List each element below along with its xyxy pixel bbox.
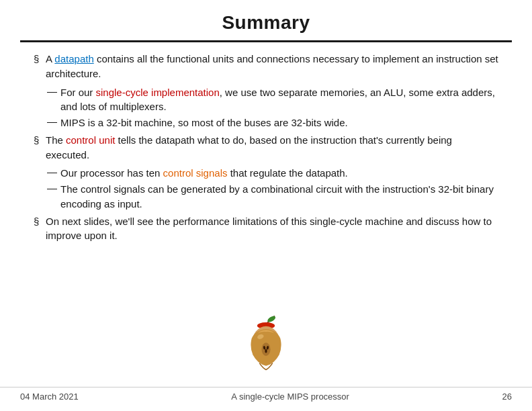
sub-bullet-2-1: — Our processor has ten control signals … bbox=[47, 166, 498, 181]
title-divider bbox=[20, 40, 512, 42]
content-area: § A datapath contains all the functional… bbox=[0, 52, 532, 243]
bullet-text-2: The control unit tells the datapath what… bbox=[46, 133, 498, 163]
sub-text-2-1: Our processor has ten control signals th… bbox=[60, 166, 498, 181]
sub-text-2-2: The control signals can be generated by … bbox=[60, 182, 498, 212]
sub-text-1-1: For our single-cycle implementation, we … bbox=[60, 85, 498, 115]
footer-date: 04 March 2021 bbox=[20, 392, 79, 402]
sub-text-1-2: MIPS is a 32-bit machine, so most of the… bbox=[60, 116, 498, 130]
bullet-marker-3: § bbox=[34, 216, 46, 227]
title-area: Summary bbox=[0, 0, 532, 38]
control-unit-text: control unit bbox=[66, 134, 115, 146]
slide-title: Summary bbox=[27, 12, 505, 34]
sub-dash-2-2: — bbox=[47, 182, 60, 193]
apple-svg bbox=[236, 314, 296, 374]
slide-footer: 04 March 2021 A single-cycle MIPS proces… bbox=[0, 387, 532, 402]
sub-bullets-2: — Our processor has ten control signals … bbox=[47, 166, 498, 211]
bullet-1: § A datapath contains all the functional… bbox=[34, 52, 498, 81]
control-signals-text: control signals bbox=[163, 167, 228, 179]
sub-bullet-1-2: — MIPS is a 32-bit machine, so most of t… bbox=[47, 116, 498, 130]
bullet-text-3: On next slides, we'll see the performanc… bbox=[46, 214, 498, 244]
bullet-marker-2: § bbox=[34, 134, 46, 146]
single-cycle-impl-text: single-cycle implementation bbox=[96, 87, 220, 98]
bullet-3: § On next slides, we'll see the performa… bbox=[34, 214, 498, 244]
footer-subtitle: A single-cycle MIPS processor bbox=[231, 392, 349, 402]
slide: Summary § A datapath contains all the fu… bbox=[0, 0, 532, 411]
sub-bullets-1: — For our single-cycle implementation, w… bbox=[47, 85, 498, 130]
sub-dash-2-1: — bbox=[47, 166, 60, 177]
footer-page-number: 26 bbox=[502, 392, 512, 402]
bullet-marker-1: § bbox=[34, 53, 46, 64]
bullet-text-1: A datapath contains all the functional u… bbox=[46, 52, 498, 81]
sub-bullet-1-1: — For our single-cycle implementation, w… bbox=[47, 85, 498, 115]
bullet-2: § The control unit tells the datapath wh… bbox=[34, 133, 498, 163]
sub-dash-1-2: — bbox=[47, 116, 60, 127]
sub-bullet-2-2: — The control signals can be generated b… bbox=[47, 182, 498, 212]
datapath-link: datapath bbox=[54, 53, 93, 64]
sub-dash-1-1: — bbox=[47, 85, 60, 97]
svg-point-6 bbox=[265, 349, 267, 353]
apple-illustration bbox=[236, 314, 296, 374]
